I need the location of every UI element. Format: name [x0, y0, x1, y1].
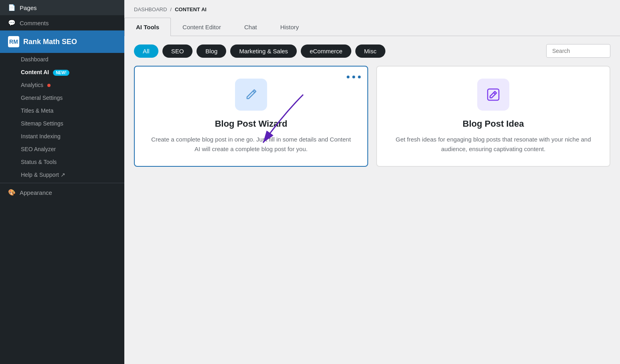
tab-ai-tools[interactable]: AI Tools [124, 18, 171, 36]
sidebar-item-instant-indexing[interactable]: Instant Indexing [0, 130, 124, 143]
blog-post-wizard-icon-wrap [235, 79, 267, 111]
filter-all[interactable]: All [134, 44, 158, 58]
filter-misc[interactable]: Misc [355, 44, 385, 58]
tab-history[interactable]: History [269, 18, 311, 36]
search-input[interactable] [546, 44, 610, 58]
card-blog-post-idea[interactable]: Blog Post Idea Get fresh ideas for engag… [376, 66, 610, 167]
tab-chat[interactable]: Chat [233, 18, 269, 36]
tabs-bar: AI Tools Content Editor Chat History [124, 17, 620, 36]
svg-rect-4 [488, 89, 499, 100]
sidebar-item-titles-meta[interactable]: Titles & Meta [0, 104, 124, 117]
blog-post-wizard-title: Blog Post Wizard [215, 119, 288, 129]
edit-icon [484, 86, 502, 103]
rank-math-title: Rank Math SEO [23, 38, 77, 46]
sidebar-item-seo-analyzer[interactable]: SEO Analyzer [0, 143, 124, 156]
svg-point-2 [358, 76, 361, 79]
sidebar-item-pages[interactable]: 📄 Pages [0, 0, 124, 15]
blog-post-idea-desc: Get fresh ideas for engaging blog posts … [393, 135, 594, 154]
breadcrumb-separator: / [170, 6, 172, 12]
analytics-dot [47, 84, 51, 87]
sidebar-item-analytics[interactable]: Analytics [0, 79, 124, 91]
pencil-icon [243, 87, 259, 103]
sidebar-item-status-tools[interactable]: Status & Tools [0, 156, 124, 168]
sidebar-item-help-support[interactable]: Help & Support ↗ [0, 168, 124, 181]
sidebar-item-content-ai[interactable]: Content AI New! [0, 66, 124, 79]
card-blog-post-wizard[interactable]: Blog Post Wizard Create a complete blog … [134, 66, 368, 167]
main-content: DASHBOARD / CONTENT AI AI Tools Content … [124, 0, 620, 364]
filter-marketing-sales[interactable]: Marketing & Sales [230, 44, 297, 58]
comments-icon: 💬 [8, 19, 16, 26]
new-badge: New! [53, 70, 69, 76]
cards-area: Blog Post Wizard Create a complete blog … [124, 66, 620, 364]
sidebar-divider [0, 183, 124, 183]
rank-math-header[interactable]: RM Rank Math SEO [0, 30, 124, 53]
cards-grid: Blog Post Wizard Create a complete blog … [134, 66, 610, 167]
breadcrumb-parent[interactable]: DASHBOARD [134, 6, 167, 12]
blog-post-wizard-desc: Create a complete blog post in one go. J… [151, 135, 351, 154]
appearance-icon: 🎨 [8, 189, 16, 196]
filter-seo[interactable]: SEO [162, 44, 193, 58]
filter-bar: All SEO Blog Marketing & Sales eCommerce… [124, 36, 620, 66]
sidebar-item-sitemap-settings[interactable]: Sitemap Settings [0, 117, 124, 130]
svg-point-1 [353, 76, 355, 79]
tab-content-editor[interactable]: Content Editor [171, 18, 233, 36]
sidebar: 📄 Pages 💬 Comments RM Rank Math SEO Dash… [0, 0, 124, 364]
filter-ecommerce[interactable]: eCommerce [301, 44, 351, 58]
breadcrumb-current: CONTENT AI [175, 6, 207, 12]
sidebar-item-appearance[interactable]: 🎨 Appearance [0, 185, 124, 200]
blog-post-idea-icon-wrap [477, 79, 509, 111]
blog-post-idea-title: Blog Post Idea [463, 119, 524, 129]
card-menu-button[interactable] [346, 73, 361, 81]
svg-point-0 [347, 76, 350, 79]
pages-icon: 📄 [8, 4, 16, 11]
sidebar-item-dashboard[interactable]: Dashboard [0, 53, 124, 66]
sidebar-item-comments[interactable]: 💬 Comments [0, 15, 124, 30]
breadcrumb: DASHBOARD / CONTENT AI [124, 0, 620, 17]
search-area [546, 44, 610, 58]
sidebar-item-general-settings[interactable]: General Settings [0, 91, 124, 104]
rank-math-logo: RM [8, 36, 19, 47]
filter-blog[interactable]: Blog [197, 44, 226, 58]
